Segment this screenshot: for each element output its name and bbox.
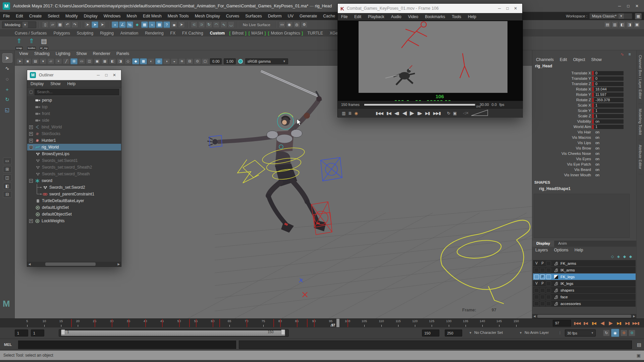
chevron-down-icon[interactable]: ▼: [519, 331, 522, 335]
snap-rotate-icon[interactable]: ∠: [119, 21, 126, 28]
channel-row-translate-z[interactable]: Translate Z0: [533, 81, 631, 86]
select-component-icon[interactable]: ➤: [99, 21, 106, 28]
channel-value[interactable]: 18.044: [594, 87, 624, 92]
outliner-item-bind-world[interactable]: +bind_World: [27, 124, 121, 130]
shelf-item-kf-mp[interactable]: ▤kf_mp: [38, 37, 50, 50]
menu-main-edit[interactable]: Edit: [13, 12, 26, 20]
channel-row-vis-beard[interactable]: Vis Beardon: [533, 167, 631, 172]
playback-loop-icon[interactable]: ↻: [603, 330, 610, 336]
side-tab-attribute-editor[interactable]: Attribute Editor: [638, 140, 642, 174]
outliner-item-swords-set-sword-sheath2[interactable]: Swords_set:sword_Sheath2: [27, 164, 121, 171]
shelf-tab-fx[interactable]: FX: [167, 30, 179, 37]
layer-playback-toggle[interactable]: [540, 301, 545, 306]
construction-history-icon[interactable]: ↻: [206, 21, 212, 28]
go-to-start-button[interactable]: ▮◀◀: [376, 111, 383, 116]
shelf-tab-animation[interactable]: Animation: [117, 30, 142, 37]
layer-display-toggle[interactable]: [546, 268, 551, 273]
exposure-field[interactable]: 0.00: [210, 58, 222, 64]
menu-outliner-display[interactable]: Display: [27, 80, 47, 87]
render-preferences-icon[interactable]: ⚙: [629, 330, 635, 336]
snap-help-icon[interactable]: ?: [163, 21, 170, 28]
menu-panel-view[interactable]: View: [16, 50, 31, 58]
menu-panel-show[interactable]: Show: [73, 50, 90, 58]
layer-add-selected-icon[interactable]: ◈: [616, 253, 621, 260]
character-set-dropdown[interactable]: No Character Set: [474, 330, 503, 335]
channel-value[interactable]: 1: [594, 114, 624, 118]
maximize-button[interactable]: □: [503, 6, 512, 11]
outliner-item-side[interactable]: side: [27, 117, 121, 124]
menu-outliner-help[interactable]: Help: [64, 80, 79, 87]
channel-value[interactable]: on: [594, 141, 624, 145]
channel-value[interactable]: on: [594, 130, 624, 134]
select-tool-icon[interactable]: ➤: [2, 53, 12, 63]
textured-icon[interactable]: ▩: [140, 58, 147, 64]
output-connections-icon[interactable]: ⊃: [198, 21, 205, 28]
next-bookmark-button[interactable]: ▶▮: [425, 111, 430, 116]
outliner-item-sword[interactable]: −sword: [27, 177, 121, 184]
layer-visibility-toggle[interactable]: [534, 275, 539, 279]
layer-display-toggle[interactable]: [546, 281, 551, 286]
layer-add-empty-icon[interactable]: ◇: [610, 253, 615, 260]
play-backwards-button[interactable]: ◀: [598, 319, 606, 327]
new-scene-icon[interactable]: ▯: [42, 21, 49, 28]
close-button[interactable]: ✕: [110, 73, 118, 77]
layer-name[interactable]: IK_legs: [560, 282, 573, 286]
xray-icon[interactable]: ▢: [202, 58, 209, 64]
channel-value[interactable]: on: [594, 162, 624, 167]
outliner-scrollbar[interactable]: ◀ ▶: [27, 262, 121, 266]
layer-playback-toggle[interactable]: P: [540, 281, 545, 286]
shaded-icon[interactable]: ◆: [132, 58, 139, 64]
channel-row-rotate-z[interactable]: Rotate Z-359.378: [533, 97, 631, 103]
animation-end-field[interactable]: 250: [445, 329, 462, 337]
layer-visibility-toggle[interactable]: [534, 288, 539, 293]
outliner-item-browseyeslips[interactable]: BrowsEyesLips: [27, 150, 121, 157]
motion-blur-icon[interactable]: ≋: [178, 58, 185, 64]
step-forward-button[interactable]: ▮▶: [417, 111, 422, 116]
lighting-icon[interactable]: ◎: [155, 58, 162, 64]
movie-player-window[interactable]: K Combat_Games_KeyPoses_01.mov - Frame 1…: [337, 3, 523, 117]
safe-title-icon[interactable]: ◨: [117, 58, 124, 64]
playback-start-field[interactable]: 1: [31, 329, 44, 337]
layer-name[interactable]: FK_arms: [560, 261, 576, 265]
workspace-grid-icon[interactable]: ▦: [635, 13, 642, 19]
outliner-window[interactable]: M Outliner ─ □ ✕ DisplayShowHelp ▢ persp…: [27, 70, 121, 267]
layer-row-ik-arms[interactable]: IK_arms: [533, 267, 636, 273]
menu-layers-help[interactable]: Help: [572, 246, 586, 254]
range-slider[interactable]: 1 150: [59, 329, 289, 337]
current-frame-field[interactable]: 97: [553, 320, 571, 326]
channel-value[interactable]: on: [594, 152, 624, 156]
range-slider-inner[interactable]: [61, 330, 285, 336]
animation-preferences-icon[interactable]: ⚙: [621, 330, 627, 336]
pan-zoom-icon[interactable]: +: [55, 58, 62, 64]
outliner-persp-layout-icon[interactable]: ◧: [3, 183, 12, 189]
mute-icon[interactable]: ◁✕: [463, 111, 469, 115]
layer-name[interactable]: shapers: [560, 288, 574, 292]
rotate-tool-icon[interactable]: ↻: [2, 95, 12, 104]
select-camera-icon[interactable]: ➤: [16, 58, 23, 64]
gamma-field[interactable]: 1.00: [224, 58, 235, 64]
expander-icon[interactable]: +: [29, 219, 33, 223]
channel-value[interactable]: on: [594, 119, 624, 124]
layer-visibility-toggle[interactable]: [534, 301, 539, 306]
play-forwards-button[interactable]: ▶: [606, 319, 615, 327]
channel-value[interactable]: on: [594, 146, 624, 150]
play-backwards-button[interactable]: ◀: [402, 110, 407, 117]
outliner-item-swords-set-sword2[interactable]: Swords_set:Sword2: [27, 184, 121, 191]
menu-channelbox-show[interactable]: Show: [588, 56, 605, 64]
menu-main-modify[interactable]: Modify: [62, 12, 81, 20]
channel-value[interactable]: 0: [594, 71, 624, 75]
layer-move-up-icon[interactable]: ◆: [622, 253, 627, 260]
menu-main-select[interactable]: Select: [45, 12, 62, 20]
lock-camera-icon[interactable]: ◙: [24, 58, 31, 64]
layer-visibility-toggle[interactable]: [534, 295, 539, 299]
channel-value[interactable]: on: [594, 173, 624, 177]
redo-icon[interactable]: ↷: [71, 21, 78, 28]
filter-icon[interactable]: ▢: [29, 89, 33, 94]
chevron-down-icon[interactable]: ▼: [469, 331, 472, 335]
channel-mode-icon[interactable]: ≡: [626, 51, 633, 57]
ssao-icon[interactable]: ◒: [171, 58, 178, 64]
go-to-start-button[interactable]: ▮◀◀: [573, 319, 581, 327]
channel-row-vis-cheeks-nose[interactable]: Vis Cheeks Noseon: [533, 151, 631, 156]
volume-slider[interactable]: 0%: [471, 109, 488, 117]
layer-name[interactable]: accessories: [560, 302, 581, 306]
